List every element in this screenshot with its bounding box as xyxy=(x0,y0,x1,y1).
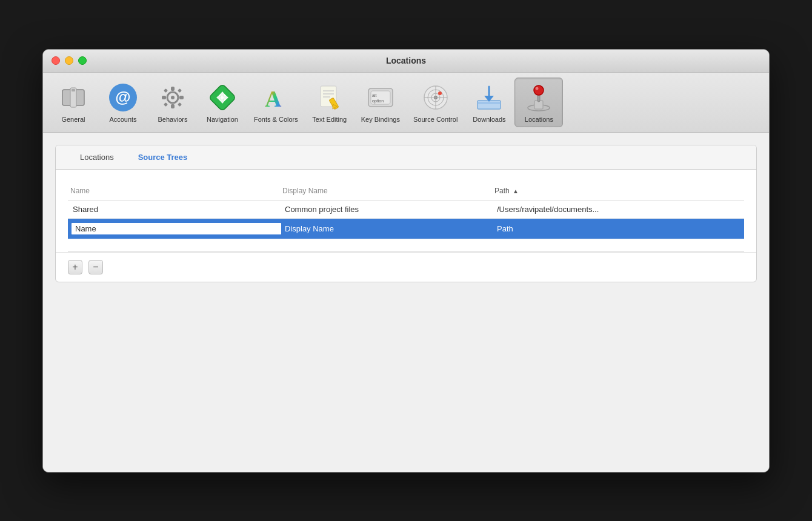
fonts-colors-label: Fonts & Colors xyxy=(254,116,298,123)
table-header: Name Display Name Path ▲ xyxy=(68,182,744,201)
name-input[interactable] xyxy=(70,222,282,236)
svg-rect-12 xyxy=(178,102,182,106)
locations-label: Locations xyxy=(525,116,553,123)
general-icon xyxy=(58,82,89,113)
toolbar-item-fonts-colors[interactable]: A Fonts & Colors xyxy=(248,78,304,127)
toolbar-item-source-control[interactable]: Source Control xyxy=(407,78,464,127)
tab-locations[interactable]: Locations xyxy=(68,145,126,169)
toolbar-item-accounts[interactable]: @ Accounts xyxy=(99,78,147,127)
svg-rect-8 xyxy=(179,96,184,99)
path-sort-arrow: ▲ xyxy=(513,188,519,194)
toolbar-item-downloads[interactable]: Downloads xyxy=(465,78,513,127)
svg-rect-10 xyxy=(178,88,182,92)
col-header-path: Path ▲ xyxy=(494,187,742,195)
svg-point-40 xyxy=(536,87,539,90)
svg-rect-11 xyxy=(164,102,168,106)
key-bindings-label: Key Bindings xyxy=(361,116,400,123)
cell-name-editing[interactable] xyxy=(70,222,282,236)
toolbar-item-text-editing[interactable]: Text Editing xyxy=(305,78,354,127)
action-buttons: + − xyxy=(56,252,756,282)
svg-rect-6 xyxy=(171,104,175,108)
svg-point-31 xyxy=(438,91,442,95)
svg-point-39 xyxy=(534,85,544,95)
locations-icon xyxy=(523,82,554,113)
svg-rect-9 xyxy=(164,88,168,92)
maximize-button[interactable] xyxy=(78,56,87,65)
source-trees-table: Name Display Name Path ▲ Shared Common p… xyxy=(56,170,756,251)
tab-source-trees[interactable]: Source Trees xyxy=(126,145,200,169)
downloads-icon xyxy=(473,82,505,113)
fonts-colors-icon: A xyxy=(260,82,291,113)
source-control-icon xyxy=(420,82,451,113)
accounts-label: Accounts xyxy=(109,116,136,123)
svg-rect-33 xyxy=(478,102,501,104)
general-label: General xyxy=(61,116,85,123)
svg-text:alt: alt xyxy=(372,93,376,98)
toolbar-item-navigation[interactable]: Navigation xyxy=(198,78,247,127)
cell-display-name: Common project files xyxy=(282,204,494,215)
text-editing-icon xyxy=(314,82,345,113)
close-button[interactable] xyxy=(52,56,60,65)
col-header-display-name: Display Name xyxy=(282,187,494,195)
col-header-name: Name xyxy=(70,187,282,195)
navigation-label: Navigation xyxy=(207,116,238,123)
source-control-label: Source Control xyxy=(413,116,458,123)
behaviors-icon xyxy=(157,82,188,113)
cell-path-selected: Path xyxy=(494,223,742,234)
toolbar-item-key-bindings[interactable]: alt option Key Bindings xyxy=(355,78,406,127)
svg-point-4 xyxy=(171,96,175,99)
main-window: Locations General @ Accounts xyxy=(42,49,770,473)
text-editing-label: Text Editing xyxy=(312,116,347,123)
minimize-button[interactable] xyxy=(65,56,73,65)
window-title: Locations xyxy=(386,56,426,65)
key-bindings-icon: alt option xyxy=(365,82,396,113)
toolbar-item-general[interactable]: General xyxy=(49,78,98,127)
traffic-lights xyxy=(52,56,87,65)
svg-text:A: A xyxy=(265,86,282,111)
cell-display-name-selected: Display Name xyxy=(282,223,494,234)
title-bar: Locations xyxy=(43,50,769,73)
svg-rect-2 xyxy=(72,89,75,91)
cell-path: /Users/ravipatel/documents... xyxy=(494,204,742,215)
accounts-icon: @ xyxy=(107,82,139,113)
toolbar: General @ Accounts xyxy=(43,73,769,133)
at-symbol: @ xyxy=(109,84,137,111)
table-row[interactable]: Display Name Path xyxy=(68,219,744,239)
toolbar-item-behaviors[interactable]: Behaviors xyxy=(148,78,197,127)
main-content: Locations Source Trees Name Display Name… xyxy=(43,133,769,472)
add-button[interactable]: + xyxy=(68,260,82,274)
svg-text:option: option xyxy=(372,99,384,104)
behaviors-label: Behaviors xyxy=(158,116,188,123)
navigation-icon xyxy=(207,82,238,113)
table-row[interactable]: Shared Common project files /Users/ravip… xyxy=(68,201,744,219)
toolbar-item-locations[interactable]: Locations xyxy=(514,78,563,127)
cell-name: Shared xyxy=(70,204,282,215)
svg-rect-5 xyxy=(171,87,175,91)
svg-rect-7 xyxy=(162,96,166,99)
downloads-label: Downloads xyxy=(473,116,505,123)
panel: Locations Source Trees Name Display Name… xyxy=(55,145,757,282)
panel-tab-bar: Locations Source Trees xyxy=(56,145,756,170)
remove-button[interactable]: − xyxy=(88,260,103,274)
